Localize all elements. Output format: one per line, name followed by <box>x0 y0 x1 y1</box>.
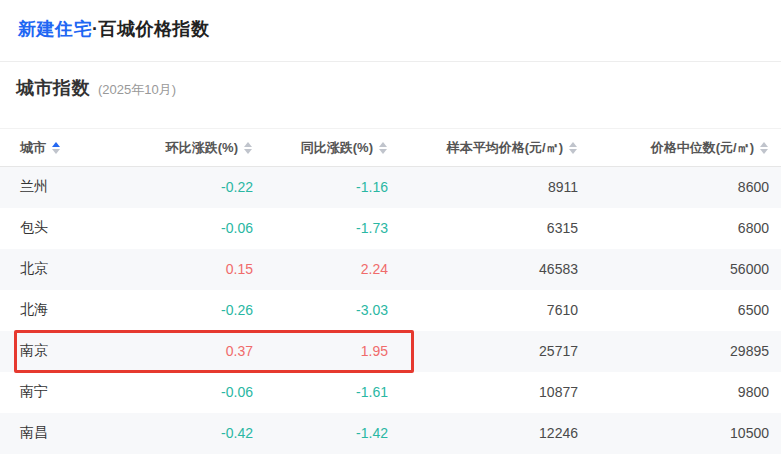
table-row-nanning[interactable]: 南宁 -0.06 -1.61 10877 9800 <box>0 372 781 413</box>
mom-cell: -0.22 <box>130 167 265 208</box>
avg-price-cell: 46583 <box>400 249 590 290</box>
yoy-cell: -1.42 <box>265 413 400 454</box>
col-header-mom-label: 环比涨跌(%) <box>166 140 238 155</box>
table-row-nanchang[interactable]: 南昌 -0.42 -1.42 12246 10500 <box>0 413 781 454</box>
section-head: 城市指数 (2025年10月) <box>16 76 765 100</box>
mom-cell: -0.06 <box>130 372 265 413</box>
median-price-cell: 29895 <box>590 331 781 372</box>
city-cell: 北海 <box>0 290 130 331</box>
city-cell: 北京 <box>0 249 130 290</box>
mom-cell: -0.42 <box>130 413 265 454</box>
col-header-city-label: 城市 <box>20 140 46 155</box>
yoy-cell: 1.95 <box>265 331 400 372</box>
median-price-cell: 6800 <box>590 208 781 249</box>
sort-icon-yoy[interactable] <box>379 142 388 154</box>
yoy-cell: -1.73 <box>265 208 400 249</box>
city-cell: 南昌 <box>0 413 130 454</box>
avg-price-cell: 25717 <box>400 331 590 372</box>
yoy-cell: -1.16 <box>265 167 400 208</box>
col-header-median-price-label: 价格中位数(元/㎡) <box>651 140 754 155</box>
table-row-nanjing[interactable]: 南京 0.37 1.95 25717 29895 <box>0 331 781 372</box>
col-header-avg-price-label: 样本平均价格(元/㎡) <box>447 140 563 155</box>
mom-cell: -0.06 <box>130 208 265 249</box>
table-row-lanzhou[interactable]: 兰州 -0.22 -1.16 8911 8600 <box>0 167 781 208</box>
col-header-mom[interactable]: 环比涨跌(%) <box>130 129 265 167</box>
yoy-cell: 2.24 <box>265 249 400 290</box>
median-price-cell: 9800 <box>590 372 781 413</box>
city-cell: 南宁 <box>0 372 130 413</box>
yoy-cell: -3.03 <box>265 290 400 331</box>
avg-price-cell: 12246 <box>400 413 590 454</box>
col-header-avg-price[interactable]: 样本平均价格(元/㎡) <box>400 129 590 167</box>
mom-cell: 0.37 <box>130 331 265 372</box>
page-title: 新建住宅·百城价格指数 <box>18 17 761 41</box>
city-cell: 包头 <box>0 208 130 249</box>
sort-icon-city[interactable] <box>52 142 61 154</box>
avg-price-cell: 10877 <box>400 372 590 413</box>
mom-cell: -0.26 <box>130 290 265 331</box>
col-header-city[interactable]: 城市 <box>0 129 130 167</box>
median-price-cell: 8600 <box>590 167 781 208</box>
sort-icon-avg-price[interactable] <box>569 142 578 154</box>
section-period: (2025年10月) <box>98 81 176 99</box>
avg-price-cell: 8911 <box>400 167 590 208</box>
mom-cell: 0.15 <box>130 249 265 290</box>
avg-price-cell: 6315 <box>400 208 590 249</box>
median-price-cell: 6500 <box>590 290 781 331</box>
page-title-rest: ·百城价格指数 <box>92 19 210 39</box>
col-header-yoy-label: 同比涨跌(%) <box>301 140 373 155</box>
table-header-row: 城市 环比涨跌(%) 同比涨跌(%) 样本平均价格(元/㎡) 价格中位数(元/㎡… <box>0 129 781 167</box>
sort-icon-mom[interactable] <box>244 142 253 154</box>
table-row-beijing[interactable]: 北京 0.15 2.24 46583 56000 <box>0 249 781 290</box>
yoy-cell: -1.61 <box>265 372 400 413</box>
city-cell: 南京 <box>0 331 130 372</box>
median-price-cell: 56000 <box>590 249 781 290</box>
city-cell: 兰州 <box>0 167 130 208</box>
col-header-median-price[interactable]: 价格中位数(元/㎡) <box>590 129 781 167</box>
table-row-beihai[interactable]: 北海 -0.26 -3.03 7610 6500 <box>0 290 781 331</box>
city-index-table: 城市 环比涨跌(%) 同比涨跌(%) 样本平均价格(元/㎡) 价格中位数(元/㎡… <box>0 128 781 454</box>
avg-price-cell: 7610 <box>400 290 590 331</box>
page-header: 新建住宅·百城价格指数 <box>0 0 781 62</box>
col-header-yoy[interactable]: 同比涨跌(%) <box>265 129 400 167</box>
sort-icon-median-price[interactable] <box>760 142 769 154</box>
median-price-cell: 10500 <box>590 413 781 454</box>
tab-new-housing[interactable]: 新建住宅 <box>18 19 92 39</box>
table-row-baotou[interactable]: 包头 -0.06 -1.73 6315 6800 <box>0 208 781 249</box>
section-title: 城市指数 <box>16 76 90 100</box>
